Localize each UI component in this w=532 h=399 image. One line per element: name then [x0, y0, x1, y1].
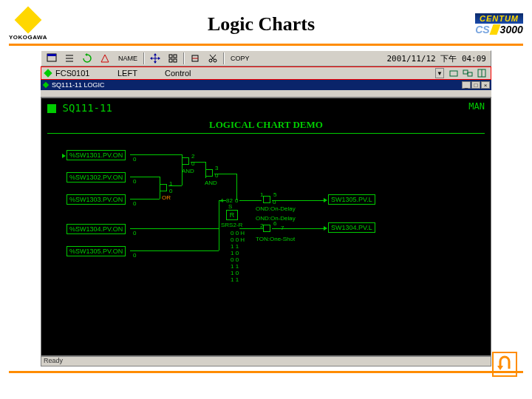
mode-label: MAN — [468, 101, 485, 115]
btn-alarm-icon[interactable] — [97, 52, 113, 65]
or-label: OR — [162, 194, 171, 201]
input-arrow-icon — [62, 154, 66, 158]
input-val-4: 0 — [133, 252, 136, 259]
ton-gate-icon[interactable] — [263, 225, 270, 232]
btn-copy[interactable]: COPY — [227, 52, 253, 65]
window-titlebar: SQ111-11 LOGIC _ □ × — [41, 80, 491, 90]
truth-table: 0 0 H 0 0 H 1 1 1 0 0 0 1 1 1 0 1 1 — [231, 230, 245, 283]
diamond-icon — [15, 7, 42, 34]
svg-rect-15 — [169, 59, 172, 62]
block-indicator-icon — [47, 104, 56, 113]
svg-marker-12 — [158, 57, 160, 60]
btn-list-icon[interactable] — [61, 52, 78, 65]
logic-chart[interactable]: SQ111-11 MAN LOGICAL CHART DEMO %SW1301.… — [41, 98, 491, 356]
btn-nav3-icon[interactable] — [475, 68, 488, 78]
btn-move-icon[interactable] — [147, 52, 163, 65]
svg-rect-1 — [47, 54, 56, 56]
btn-tool1-icon[interactable] — [187, 52, 203, 65]
close-button[interactable]: × — [481, 81, 490, 89]
control-field[interactable]: Control — [165, 69, 432, 78]
btn-cut-icon[interactable] — [205, 52, 221, 65]
status-text: Ready — [44, 357, 63, 364]
status-bar: Ready — [41, 356, 491, 366]
win-toolbar — [41, 90, 491, 98]
r-label: R — [230, 211, 235, 219]
main-toolbar: NAME COPY 2001/11/12 下午 04:09 — [41, 50, 491, 66]
svg-marker-9 — [154, 53, 157, 55]
srs-label: SRS2-R — [221, 222, 242, 228]
btn-name[interactable]: NAME — [115, 52, 141, 65]
pin-6: 6 — [273, 220, 276, 227]
btn-nav2-icon[interactable] — [461, 68, 474, 78]
out-arrow-0-icon — [324, 198, 327, 202]
input-val-0: 0 — [133, 156, 136, 163]
ton-label: TON:One-Shot — [256, 236, 295, 242]
block-id: SQ111-11 — [62, 102, 112, 114]
ond1-gate-icon[interactable] — [263, 196, 270, 203]
svg-marker-10 — [154, 61, 157, 64]
sep — [143, 52, 145, 64]
input-tag-0[interactable]: %SW1301.PV.ON — [66, 150, 126, 160]
svg-marker-5 — [85, 53, 87, 56]
srs-box[interactable]: R — [226, 210, 238, 220]
window-title: SQ111-11 LOGIC — [52, 81, 105, 89]
clock: 2001/11/12 下午 04:09 — [386, 53, 488, 64]
output-tag-1[interactable]: SW1304.PV.L — [328, 222, 375, 233]
brand-text: YOKOGAWA — [9, 34, 47, 41]
output-tag-0[interactable]: SW1305.PV.L — [328, 194, 375, 205]
fcs-field[interactable]: FCS0101 — [55, 69, 115, 78]
minimize-button[interactable]: _ — [462, 81, 471, 89]
slide-title: Logic Charts — [47, 13, 475, 35]
and1-label: AND — [182, 168, 194, 174]
btn-window-icon[interactable] — [44, 52, 60, 65]
input-val-3: 0 — [133, 230, 136, 236]
and2-gate-icon[interactable] — [205, 169, 213, 177]
pin-0a: 0 — [169, 188, 172, 194]
centum-text: CENTUM — [475, 13, 523, 24]
slash-icon — [489, 24, 500, 35]
maximize-button[interactable]: □ — [471, 81, 480, 89]
top-rule — [9, 44, 523, 46]
svg-marker-28 — [497, 366, 503, 370]
out-arrow-1-icon — [324, 226, 327, 231]
svg-rect-16 — [174, 59, 177, 62]
diamond-icon-small — [44, 69, 52, 77]
bottom-rule — [9, 371, 523, 373]
btn-nav1-icon[interactable] — [447, 68, 460, 78]
and2-label: AND — [205, 180, 217, 186]
sep2 — [183, 52, 185, 64]
svg-rect-24 — [463, 70, 468, 74]
and1-gate-icon[interactable] — [182, 157, 189, 165]
svg-marker-11 — [150, 57, 152, 60]
win-diamond-icon — [43, 82, 49, 88]
return-button[interactable] — [492, 352, 517, 377]
input-val-1: 0 — [133, 178, 136, 185]
path-bar: FCS0101 LEFT Control ▼ — [41, 66, 491, 80]
svg-rect-23 — [450, 71, 457, 76]
svg-rect-13 — [169, 55, 172, 58]
left-field[interactable]: LEFT — [117, 69, 162, 78]
yokogawa-logo: YOKOGAWA — [9, 7, 47, 41]
input-tag-2[interactable]: %SW1303.PV.ON — [66, 194, 126, 205]
logic-canvas[interactable]: %SW1301.PV.ON 0 %SW1302.PV.ON 0 %SW1303.… — [41, 134, 491, 355]
pin-5: 5 — [273, 191, 276, 198]
ond1-label: OND:On-Delay — [256, 205, 296, 212]
chart-title: LOGICAL CHART DEMO — [41, 119, 491, 131]
input-tag-4[interactable]: %SW1305.PV.ON — [66, 246, 126, 256]
svg-marker-6 — [101, 55, 109, 62]
input-tag-3[interactable]: %SW1304.PV.ON — [66, 224, 126, 234]
svg-rect-25 — [468, 72, 472, 76]
u-turn-icon — [496, 355, 514, 373]
input-tag-1[interactable]: %SW1302.PV.ON — [66, 172, 126, 183]
or-gate-icon[interactable] — [160, 184, 167, 191]
centum-logo: CENTUM CS 3000 — [475, 13, 523, 35]
pin-0d: 0 — [235, 197, 238, 204]
btn-grid-icon[interactable] — [165, 52, 181, 65]
sep3 — [223, 52, 225, 64]
pin-s: S — [228, 203, 232, 210]
dropdown-caret-icon[interactable]: ▼ — [435, 68, 444, 78]
svg-rect-14 — [174, 55, 177, 58]
pin-2: 2 — [191, 153, 194, 160]
btn-refresh-icon[interactable] — [79, 52, 95, 65]
pin-3: 3 — [215, 165, 218, 171]
